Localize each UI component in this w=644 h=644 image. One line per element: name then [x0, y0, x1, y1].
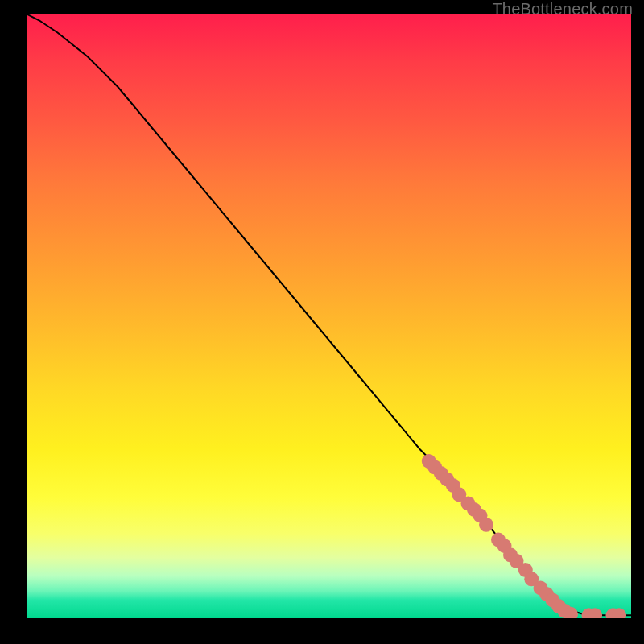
curve-line	[27, 14, 631, 615]
chart-frame: TheBottleneck.com	[0, 0, 644, 644]
scatter-dots	[422, 454, 626, 618]
plot-area	[27, 14, 631, 618]
attribution-text: TheBottleneck.com	[492, 0, 633, 19]
curve-layer	[27, 14, 631, 618]
scatter-dot	[479, 518, 493, 532]
